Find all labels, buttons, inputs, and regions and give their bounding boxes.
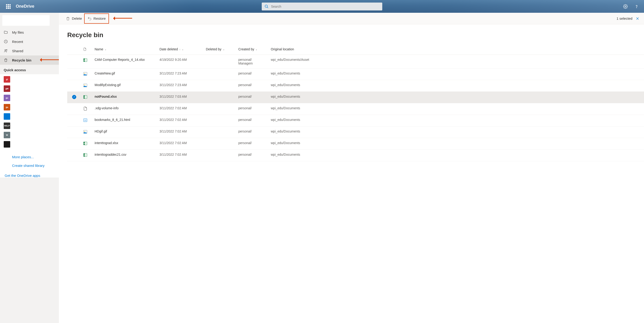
date-deleted-cell: 3/11/2022 7:23 AM [158,69,204,80]
quick-access-heading: Quick access [0,65,59,74]
table-row[interactable]: XnotFound.xlsx3/11/2022 7:03 AMpersonal/… [67,92,644,103]
deleted-by-cell [204,80,236,92]
original-location-cell: wpi_edu/Documents [269,115,644,126]
row-checkbox[interactable] [72,130,76,134]
quick-access-tile[interactable] [4,113,10,120]
folder-icon [4,30,9,34]
svg-text:X: X [84,96,85,98]
quick-access-tile[interactable]: ga [4,104,10,110]
nav-label: Shared [12,49,23,53]
date-deleted-cell: 3/11/2022 7:02 AM [158,103,204,115]
row-checkbox[interactable] [72,95,76,99]
original-location-cell: wpi_edu/Documents/Asset [269,55,644,69]
search-icon [264,5,269,9]
sort-down-icon: ↓ [179,48,180,51]
svg-point-13 [84,73,85,74]
quick-access-tile[interactable]: gM [4,85,10,92]
col-created-by[interactable]: Created by⌄ [236,45,269,55]
created-by-cell: personal/ [236,80,269,92]
original-location-cell: wpi_edu/Documents [269,69,644,80]
date-deleted-cell: 3/11/2022 7:03 AM [158,92,204,103]
row-checkbox[interactable] [72,106,76,110]
deleted-by-cell [204,92,236,103]
people-icon [4,49,9,53]
help-icon [634,4,639,9]
created-by-cell: personal/ [236,103,269,115]
settings-button[interactable] [621,2,630,11]
create-shared-library-link[interactable]: Create shared library [4,159,59,168]
waffle-icon [6,4,11,9]
nav-recent[interactable]: Recent [0,37,59,46]
trash-icon [66,17,70,21]
restore-label: Restore [94,17,106,21]
nav-shared[interactable]: Shared [0,46,59,56]
quick-access-list: gigMgugaHELPW [0,74,59,153]
col-date-deleted[interactable]: Date deleted↓⌄ [158,45,204,55]
more-places-link[interactable]: More places... [4,153,59,159]
quick-access-tile[interactable]: gu [4,95,10,101]
row-checkbox[interactable] [72,72,76,76]
quick-access-tile[interactable]: W [4,132,10,138]
deleted-by-cell [204,55,236,69]
file-table: Name⌄ Date deleted↓⌄ Deleted by⌄ Created… [67,45,644,161]
svg-point-6 [6,50,7,50]
app-launcher-button[interactable] [3,1,14,12]
annotation-restore-highlight: Restore [84,14,109,24]
svg-point-22 [84,131,85,132]
deleted-by-cell [204,103,236,115]
col-select[interactable] [67,45,81,55]
table-row[interactable]: .xdg-volume-info3/11/2022 7:02 AMpersona… [67,103,644,115]
col-original-location[interactable]: Original location [269,45,644,55]
col-deleted-by[interactable]: Deleted by⌄ [204,45,236,55]
row-checkbox[interactable] [72,153,76,157]
original-location-cell: wpi_edu/Documents [269,150,644,161]
restore-button[interactable]: Restore [85,15,108,23]
clock-icon [4,40,9,44]
file-type-icon: X [83,58,88,62]
row-checkbox[interactable] [72,58,76,62]
table-row[interactable]: ModifiyExisting.gif3/11/2022 7:23 AMpers… [67,80,644,92]
row-checkbox[interactable] [72,118,76,122]
table-row[interactable]: CreateNew.gif3/11/2022 7:23 AMpersonal/w… [67,69,644,80]
table-row[interactable]: Xintenttograd.xlsx3/11/2022 7:02 AMperso… [67,138,644,150]
svg-text:</>: </> [84,120,86,121]
table-row[interactable]: XCAM Computer Reports_4_14.xlsx4/19/2022… [67,55,644,69]
get-apps-link[interactable]: Get the OneDrive apps [0,170,59,177]
file-name: notFound.xlsx [94,95,117,98]
profile-card[interactable] [2,15,50,26]
file-name: HDgif.gif [94,130,107,133]
annotation-arrow [111,18,132,19]
file-type-icon: X [83,95,88,99]
search-container [262,3,382,11]
file-name: ModifiyExisting.gif [94,83,120,87]
brand-title: OneDrive [16,4,34,9]
nav-my-files[interactable]: My files [0,28,59,37]
row-checkbox[interactable] [72,141,76,145]
col-filetype[interactable] [81,45,93,55]
svg-line-1 [267,7,268,8]
created-by-cell: personal/Managem [236,55,269,69]
header-actions [621,2,641,11]
nav-recycle-bin[interactable]: Recycle bin [0,56,59,65]
chevron-down-icon: ⌄ [182,48,184,51]
search-input[interactable] [271,5,380,8]
row-checkbox[interactable] [72,83,76,87]
table-row[interactable]: HDgif.gif3/11/2022 7:02 AMpersonal/wpi_e… [67,126,644,138]
search-box[interactable] [262,3,382,11]
date-deleted-cell: 4/19/2022 9:20 AM [158,55,204,69]
quick-access-tile[interactable]: gi [4,76,10,83]
svg-point-3 [636,8,636,8]
table-row[interactable]: </>bookmarks_8_6_21.html3/11/2022 7:02 A… [67,115,644,126]
help-button[interactable] [632,2,641,11]
clear-selection-button[interactable] [636,17,639,21]
delete-button[interactable]: Delete [64,15,84,23]
file-name: CAM Computer Reports_4_14.xlsx [94,58,145,62]
table-row[interactable]: Xintenttograddec21.csv3/11/2022 7:02 AMp… [67,150,644,161]
quick-access-tile[interactable] [4,141,10,148]
nav-label: Recycle bin [12,58,31,62]
command-bar: Delete Restore 1 selected [59,13,644,24]
svg-point-0 [265,5,268,8]
quick-access-tile[interactable]: HELP [4,123,10,129]
trash-icon [4,58,9,62]
col-name[interactable]: Name⌄ [93,45,158,55]
